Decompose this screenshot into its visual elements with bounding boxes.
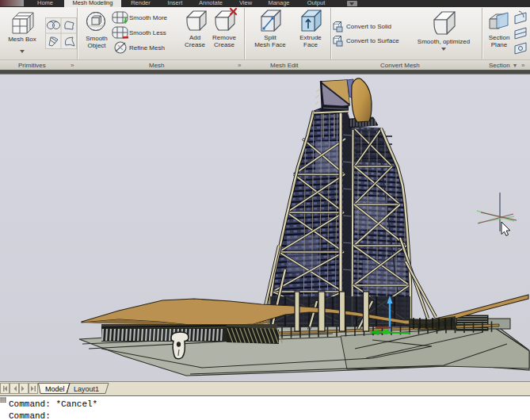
svg-text:Model: Model <box>45 385 65 393</box>
svg-text:Layout1: Layout1 <box>74 385 99 393</box>
